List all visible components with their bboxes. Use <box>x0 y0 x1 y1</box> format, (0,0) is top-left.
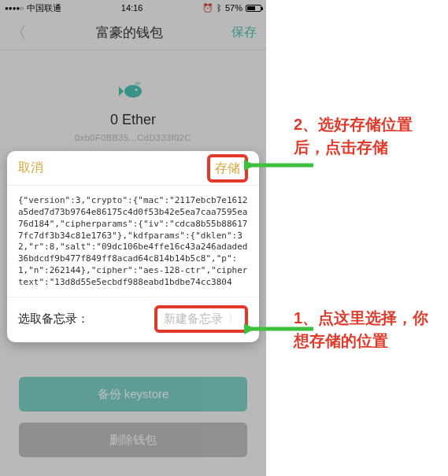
cancel-button[interactable]: 取消 <box>18 160 43 176</box>
annotation-text-2: 2、选好存储位置后，点击存储 <box>294 113 435 159</box>
store-button[interactable]: 存储 <box>207 154 248 183</box>
chevron-right-icon: 〉 <box>228 312 239 326</box>
export-sheet: 取消 存储 {"version":3,"crypto":{"mac":"2117… <box>7 151 259 342</box>
annotation-text-1: 1、点这里选择，你想存储的位置 <box>294 307 435 352</box>
keystore-text: {"version":3,"crypto":{"mac":"2117ebcb7e… <box>7 186 259 297</box>
select-memo-label: 选取备忘录： <box>18 312 89 327</box>
memo-placeholder: 新建备忘录 <box>164 312 223 327</box>
new-memo-button[interactable]: 新建备忘录 〉 <box>154 305 248 333</box>
